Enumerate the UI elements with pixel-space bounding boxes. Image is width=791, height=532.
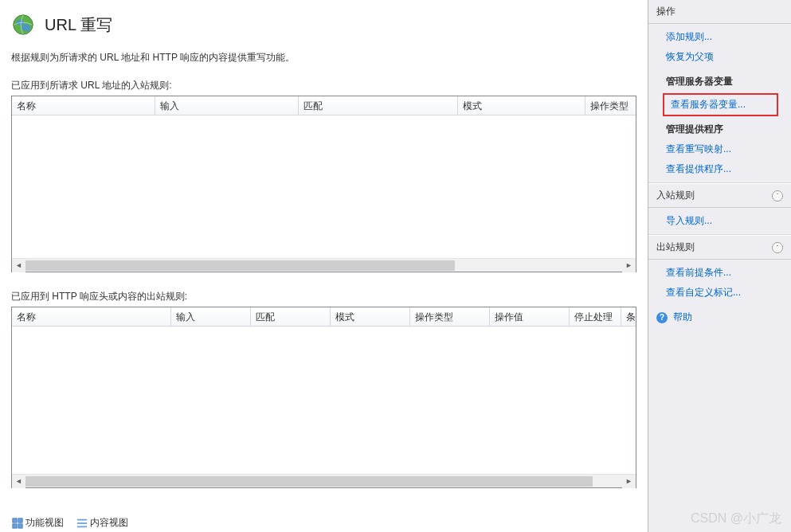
inbound-rules-label: 已应用到所请求 URL 地址的入站规则: — [11, 79, 636, 92]
help-link[interactable]: ? 帮助 — [648, 306, 791, 329]
view-server-vars-link[interactable]: 查看服务器变量... — [663, 93, 778, 116]
svg-rect-6 — [18, 523, 22, 527]
inbound-rules-grid: 名称 输入 匹配 模式 操作类型 ◄ ► — [11, 96, 636, 272]
content-view-icon — [76, 518, 88, 529]
revert-parent-link[interactable]: 恢复为父项 — [648, 47, 791, 67]
svg-rect-8 — [77, 522, 87, 524]
outbound-header-label: 出站规则 — [656, 241, 695, 254]
scroll-left-arrow[interactable]: ◄ — [12, 475, 25, 488]
inbound-rules-section-header[interactable]: 入站规则 ˆ — [648, 183, 791, 208]
column-header[interactable]: 输入 — [155, 96, 299, 115]
features-view-icon — [12, 518, 23, 529]
header-row: URL 重写 — [11, 13, 636, 37]
outbound-actions-section: 查看前提条件... 查看自定义标记... — [648, 260, 791, 306]
svg-point-0 — [14, 15, 33, 34]
manage-providers-label: 管理提供程序 — [648, 119, 791, 139]
features-view-label: 功能视图 — [25, 516, 64, 530]
svg-rect-4 — [18, 518, 22, 522]
svg-rect-5 — [13, 523, 17, 527]
page-title: URL 重写 — [45, 14, 112, 36]
collapse-icon[interactable]: ˆ — [772, 190, 783, 201]
column-header[interactable]: 停止处理 — [570, 307, 621, 326]
outbound-rules-label: 已应用到 HTTP 响应头或内容的出站规则: — [11, 290, 636, 303]
add-rule-link[interactable]: 添加规则... — [648, 27, 791, 47]
content-view-tab[interactable]: 内容视图 — [72, 514, 132, 532]
inbound-grid-body[interactable] — [12, 115, 636, 258]
column-header[interactable]: 模式 — [331, 307, 410, 326]
view-preconditions-link[interactable]: 查看前提条件... — [648, 263, 791, 283]
svg-point-2 — [22, 24, 30, 31]
column-header[interactable]: 名称 — [12, 307, 171, 326]
scroll-thumb[interactable] — [25, 476, 593, 487]
column-header[interactable]: 操作类型 — [585, 96, 636, 115]
scroll-right-arrow[interactable]: ► — [622, 475, 636, 488]
svg-rect-9 — [77, 526, 87, 527]
content-view-label: 内容视图 — [90, 516, 128, 530]
column-header[interactable]: 名称 — [12, 96, 155, 115]
outbound-grid-header: 名称 输入 匹配 模式 操作类型 操作值 停止处理 条 — [12, 307, 636, 327]
svg-rect-7 — [77, 518, 87, 520]
page-description: 根据规则为所请求的 URL 地址和 HTTP 响应的内容提供重写功能。 — [11, 51, 636, 65]
view-providers-link[interactable]: 查看提供程序... — [648, 159, 791, 179]
inbound-actions-section: 导入规则... — [648, 208, 791, 235]
url-rewrite-icon — [11, 13, 35, 37]
column-header[interactable]: 操作类型 — [410, 307, 490, 326]
scroll-track[interactable] — [25, 259, 622, 272]
import-rules-link[interactable]: 导入规则... — [648, 211, 791, 231]
bottom-view-tabs: 功能视图 内容视图 — [8, 514, 132, 532]
help-icon: ? — [656, 312, 668, 323]
scroll-thumb[interactable] — [25, 260, 455, 271]
actions-panel: 操作 添加规则... 恢复为父项 管理服务器变量 查看服务器变量... 管理提供… — [648, 0, 791, 532]
main-panel: URL 重写 根据规则为所请求的 URL 地址和 HTTP 响应的内容提供重写功… — [0, 0, 648, 532]
column-header[interactable]: 匹配 — [251, 307, 331, 326]
horizontal-scrollbar[interactable]: ◄ ► — [12, 258, 636, 272]
inbound-header-label: 入站规则 — [656, 189, 695, 202]
collapse-icon[interactable]: ˆ — [772, 242, 783, 253]
outbound-rules-section-header[interactable]: 出站规则 ˆ — [648, 235, 791, 260]
outbound-grid-body[interactable] — [12, 327, 636, 474]
features-view-tab[interactable]: 功能视图 — [8, 514, 68, 532]
manage-server-vars-label: 管理服务器变量 — [648, 72, 791, 92]
column-header[interactable]: 操作值 — [490, 307, 570, 326]
scroll-track[interactable] — [25, 475, 622, 487]
inbound-grid-header: 名称 输入 匹配 模式 操作类型 — [12, 96, 636, 115]
horizontal-scrollbar[interactable]: ◄ ► — [12, 474, 636, 487]
svg-rect-3 — [13, 518, 17, 522]
actions-section-main: 添加规则... 恢复为父项 管理服务器变量 查看服务器变量... 管理提供程序 … — [648, 24, 791, 183]
outbound-rules-grid: 名称 输入 匹配 模式 操作类型 操作值 停止处理 条 ◄ ► — [11, 307, 636, 488]
view-custom-tags-link[interactable]: 查看自定义标记... — [648, 283, 791, 303]
help-label: 帮助 — [673, 311, 692, 324]
view-rewrite-map-link[interactable]: 查看重写映射... — [648, 139, 791, 159]
scroll-left-arrow[interactable]: ◄ — [12, 259, 25, 272]
column-header[interactable]: 匹配 — [299, 96, 458, 115]
column-header[interactable]: 条 — [621, 307, 636, 326]
column-header[interactable]: 输入 — [171, 307, 251, 326]
actions-header: 操作 — [648, 0, 791, 24]
scroll-right-arrow[interactable]: ► — [622, 259, 636, 272]
column-header[interactable]: 模式 — [458, 96, 585, 115]
watermark: CSDN @小广龙 — [691, 510, 781, 527]
